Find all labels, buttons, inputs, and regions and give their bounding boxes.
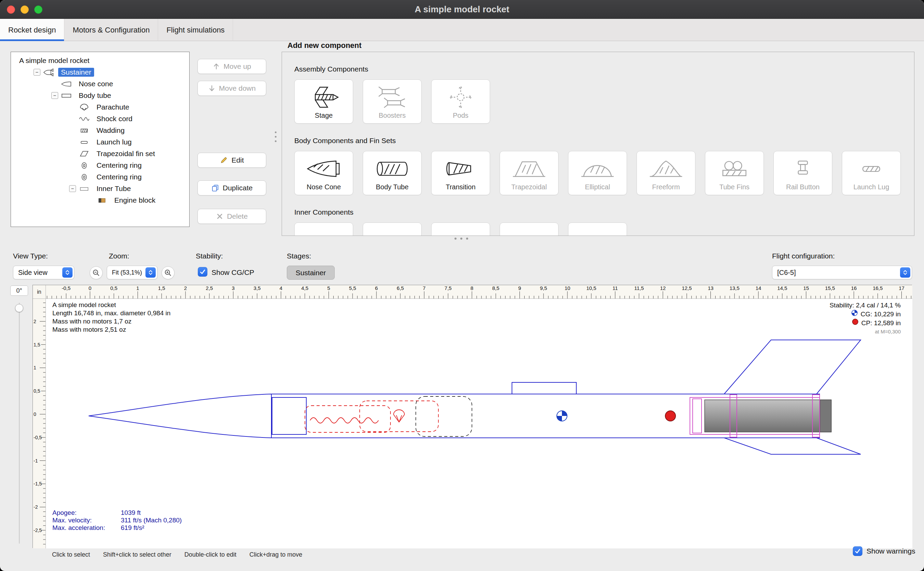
svg-text:-1,5: -1,5 [34, 481, 42, 486]
flight-stats-block: Apogee:1039 ft Max. velocity:311 ft/s (M… [52, 509, 182, 532]
svg-text:1: 1 [136, 285, 139, 291]
tab-motors-configuration[interactable]: Motors & Configuration [64, 19, 158, 41]
nose-cone-drawing[interactable] [89, 394, 306, 438]
rotation-slider-track[interactable] [19, 302, 20, 543]
add-inner5-button[interactable] [568, 222, 627, 236]
centeringring-icon [79, 162, 91, 170]
tree-expander-icon[interactable]: − [69, 185, 76, 192]
tree-item-label: Shock cord [94, 114, 135, 123]
launch-lug-drawing[interactable] [512, 383, 576, 394]
tree-item-body-tube[interactable]: −Body tube [11, 90, 189, 101]
tree-item-label: Sustainer [58, 68, 94, 77]
tree-item-centering-ring[interactable]: −Centering ring [11, 159, 189, 171]
tree-item-launch-lug[interactable]: −Launch lug [11, 136, 189, 148]
tab-rocket-design[interactable]: Rocket design [0, 19, 64, 41]
edit-button[interactable]: Edit [197, 153, 266, 168]
svg-text:0: 0 [89, 285, 91, 291]
rocket-drawing-area[interactable]: A simple model rocket Length 16,748 in, … [46, 299, 912, 548]
engine-block-drawing[interactable] [693, 399, 702, 433]
tab-flight-simulations[interactable]: Flight simulations [158, 19, 233, 41]
select-caret-icon [900, 267, 910, 278]
svg-text:1,5: 1,5 [34, 342, 40, 347]
tree-item-nose-cone[interactable]: −Nose cone [11, 78, 189, 90]
svg-text:14: 14 [756, 285, 761, 291]
duplicate-button[interactable]: Duplicate [197, 181, 266, 196]
inner2-icon [372, 231, 412, 236]
zoom-in-button[interactable] [162, 266, 174, 279]
add-inner4-button[interactable] [500, 222, 559, 236]
zoom-out-button[interactable] [90, 266, 103, 279]
cg-mini-icon [851, 309, 858, 318]
tree-item-centering-ring[interactable]: −Centering ring [11, 171, 189, 183]
svg-text:0,5: 0,5 [110, 285, 117, 291]
tree-item-wadding[interactable]: −Wadding [11, 125, 189, 136]
view-type-select[interactable]: Side view [13, 265, 74, 279]
minimize-button[interactable] [20, 6, 29, 14]
stage-sustainer-toggle[interactable]: Sustainer [287, 265, 335, 280]
horizontal-ruler: -0,500,511,522,533,544,555,566,577,588,5… [46, 285, 912, 299]
zoom-select[interactable]: Fit (53,1%) [107, 265, 157, 279]
rocket-icon [43, 68, 55, 76]
flight-configuration-select[interactable]: [C6-5] [772, 265, 912, 279]
tree-item-inner-tube[interactable]: −Inner Tube [11, 183, 189, 194]
svg-text:5,5: 5,5 [349, 285, 356, 291]
tree-item-shock-cord[interactable]: −Shock cord [11, 113, 189, 125]
arrow-down-icon [208, 85, 216, 92]
svg-text:15,5: 15,5 [825, 285, 835, 291]
tree-expander-icon[interactable]: − [51, 92, 58, 99]
svg-text:4,5: 4,5 [301, 285, 308, 291]
show-warnings-checkbox[interactable] [853, 546, 862, 556]
stability-info-block: Stability: 2,4 cal / 14,1 % CG: 10,229 i… [830, 301, 901, 336]
maximize-button[interactable] [34, 6, 42, 14]
move-down-label: Move down [219, 84, 256, 93]
view-type-label: View Type: [13, 252, 48, 260]
transition-icon [441, 156, 480, 182]
add-inner1-button[interactable] [294, 222, 353, 236]
edit-label: Edit [231, 156, 244, 164]
svg-text:15: 15 [803, 285, 809, 291]
tree-item-label: Inner Tube [94, 184, 134, 193]
rotation-angle-display: 0° [10, 286, 28, 296]
max-acceleration-value: 619 ft/s² [121, 524, 145, 532]
svg-text:11,5: 11,5 [634, 285, 644, 291]
bodytube-icon [372, 156, 412, 182]
duplicate-label: Duplicate [223, 184, 253, 192]
rocket-info-title: A simple model rocket [52, 301, 171, 309]
rocket-info-length: Length 16,748 in, max. diameter 0,984 in [52, 309, 171, 317]
stage-icon [304, 84, 343, 111]
svg-text:10,5: 10,5 [586, 285, 596, 291]
inner4-icon [509, 231, 549, 236]
tree-item-engine-block[interactable]: −Engine block [11, 194, 189, 206]
add-boosters-button: Boosters [363, 79, 422, 123]
select-caret-icon [145, 267, 156, 278]
cg-value: CG: 10,229 in [861, 310, 901, 318]
tree-expander-icon[interactable]: − [34, 69, 40, 76]
add-nose-cone-button[interactable]: Nose Cone [294, 151, 353, 195]
svg-text:9,5: 9,5 [540, 285, 547, 291]
svg-text:12,5: 12,5 [682, 285, 691, 291]
app-window: A simple model rocket Rocket design Moto… [0, 0, 924, 571]
add-inner3-button[interactable] [431, 222, 490, 236]
component-button-label: Transition [445, 183, 475, 191]
panel-resize-handle[interactable] [454, 238, 468, 240]
tree-item-sustainer[interactable]: −Sustainer [11, 66, 189, 78]
add-body-tube-button[interactable]: Body Tube [363, 151, 422, 195]
wadding-drawing[interactable] [416, 397, 472, 437]
move-up-button: Move up [197, 59, 266, 74]
panel-splitter-handle[interactable] [275, 131, 277, 142]
add-stage-button[interactable]: Stage [294, 79, 353, 123]
parachute-icon [79, 103, 91, 111]
tree-item-trapezoidal-fin-set[interactable]: −Trapezoidal fin set [11, 148, 189, 159]
select-caret-icon [62, 267, 72, 278]
rotation-slider-knob[interactable] [15, 304, 23, 312]
close-button[interactable] [7, 6, 15, 14]
canvas-hint: Shift+click to select other [103, 551, 171, 558]
add-transition-button[interactable]: Transition [431, 151, 490, 195]
tree-item-label: Nose cone [76, 79, 116, 88]
tree-item-root[interactable]: A simple model rocket [11, 55, 189, 66]
add-inner2-button[interactable] [363, 222, 422, 236]
show-cgcp-checkbox[interactable] [198, 267, 207, 276]
shock-cord-drawing[interactable] [305, 406, 391, 432]
tree-item-parachute[interactable]: −Parachute [11, 101, 189, 113]
cp-mini-icon [852, 318, 859, 327]
